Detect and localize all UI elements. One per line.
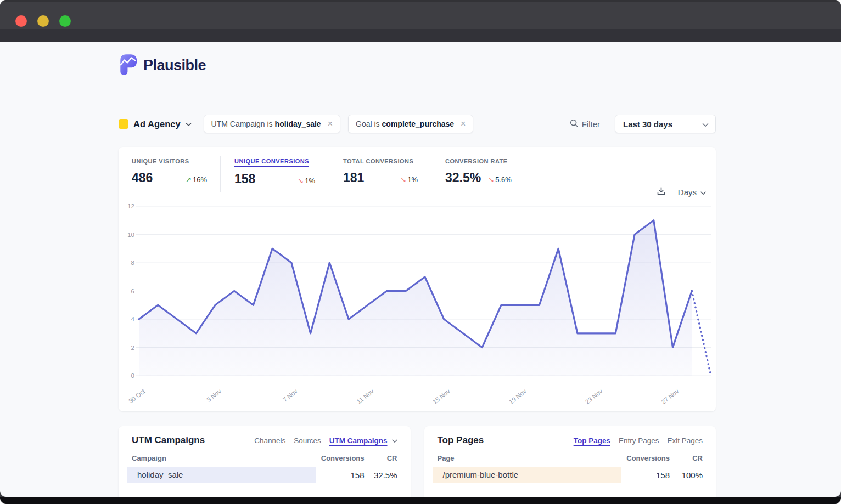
traffic-light-close-icon[interactable] — [15, 15, 27, 27]
tab-utm-campaigns[interactable]: UTM Campaigns — [329, 437, 388, 445]
stat-delta: ↗16% — [186, 175, 207, 184]
breakdown-cards: UTM Campaigns Channels Sources UTM Campa… — [119, 426, 716, 497]
titlebar-upper — [0, 0, 841, 29]
column-conversions: Conversions — [321, 454, 365, 462]
tab-top-pages[interactable]: Top Pages — [574, 437, 610, 445]
stat-delta: ↘5.6% — [488, 175, 512, 184]
row-conversions: 158 — [321, 471, 365, 480]
row-name: /premium-blue-bottle — [438, 470, 519, 479]
stat-conversion-rate[interactable]: CONVERSION RATE 32.5% ↘5.6% — [433, 156, 512, 192]
brand: Plausible — [119, 53, 206, 78]
card-title: UTM Campaigns — [132, 435, 205, 446]
site-switcher[interactable]: Ad Agency — [119, 119, 192, 129]
search-icon — [570, 119, 579, 129]
tab-entry-pages[interactable]: Entry Pages — [619, 437, 659, 445]
table-header: Campaign Conversions CR — [132, 454, 397, 462]
tab-exit-pages[interactable]: Exit Pages — [667, 437, 703, 445]
table-row[interactable]: holiday_sale 158 32.5% — [132, 467, 397, 483]
app-window: Plausible Ad Agency UTM Campaign is holi… — [0, 0, 841, 504]
filter-chip-goal[interactable]: Goal is complete_purchase × — [348, 115, 473, 133]
window-bottom-edge — [0, 497, 841, 504]
top-stats: UNIQUE VISITORS 486 ↗16% UNIQUE CONVERSI… — [119, 147, 716, 192]
card-title: Top Pages — [438, 435, 484, 446]
stat-label: CONVERSION RATE — [445, 158, 508, 165]
conversions-chart[interactable]: 02468101230 Oct3 Nov7 Nov11 Nov15 Nov19 … — [127, 202, 716, 407]
column-cr: CR — [365, 454, 397, 462]
svg-text:2: 2 — [131, 344, 134, 351]
row-cr: 32.5% — [365, 471, 397, 480]
toolbar: Ad Agency UTM Campaign is holiday_sale ×… — [119, 115, 716, 133]
filter-chip-text: Goal is — [356, 120, 380, 128]
utm-campaigns-card: UTM Campaigns Channels Sources UTM Campa… — [119, 426, 411, 497]
plausible-logo-icon — [119, 53, 138, 78]
date-range-dropdown[interactable]: Last 30 days — [615, 115, 716, 133]
table-row[interactable]: /premium-blue-bottle 158 100% — [438, 467, 703, 483]
stat-value: 486 — [132, 171, 153, 185]
svg-text:15 Nov: 15 Nov — [431, 388, 451, 405]
column-conversions: Conversions — [626, 454, 670, 462]
svg-text:6: 6 — [131, 288, 134, 295]
stat-label: UNIQUE CONVERSIONS — [234, 158, 309, 167]
svg-text:30 Oct: 30 Oct — [127, 388, 147, 405]
svg-text:3 Nov: 3 Nov — [205, 388, 222, 403]
window-titlebar — [0, 0, 841, 42]
site-name: Ad Agency — [133, 119, 181, 129]
tab-channels[interactable]: Channels — [254, 437, 285, 445]
svg-text:7 Nov: 7 Nov — [282, 388, 299, 403]
tab-sources[interactable]: Sources — [294, 437, 321, 445]
chevron-down-icon[interactable] — [392, 437, 397, 445]
card-tabs: Channels Sources UTM Campaigns — [254, 437, 397, 445]
card-tabs: Top Pages Entry Pages Exit Pages — [574, 437, 703, 445]
stat-unique-conversions[interactable]: UNIQUE CONVERSIONS 158 ↘1% — [221, 156, 330, 192]
stat-total-conversions[interactable]: TOTAL CONVERSIONS 181 ↘1% — [330, 156, 433, 192]
stat-value: 158 — [234, 172, 255, 186]
page-content: Plausible Ad Agency UTM Campaign is holi… — [0, 42, 841, 497]
filter-chip-value: complete_purchase — [382, 120, 455, 128]
row-conversions: 158 — [626, 471, 670, 480]
svg-text:12: 12 — [127, 203, 134, 209]
svg-text:10: 10 — [127, 231, 134, 238]
filter-chip-value: holiday_sale — [275, 120, 321, 128]
table-header: Page Conversions CR — [438, 454, 703, 462]
close-icon[interactable]: × — [461, 120, 466, 128]
filter-button[interactable]: Filter — [570, 119, 600, 129]
analytics-card: UNIQUE VISITORS 486 ↗16% UNIQUE CONVERSI… — [119, 147, 716, 411]
traffic-light-zoom-icon[interactable] — [59, 15, 71, 27]
brand-name: Plausible — [143, 57, 206, 74]
filter-button-label: Filter — [582, 120, 600, 129]
svg-text:19 Nov: 19 Nov — [508, 388, 528, 405]
svg-text:0: 0 — [131, 372, 134, 379]
traffic-light-minimize-icon[interactable] — [37, 15, 49, 27]
chevron-down-icon — [702, 120, 709, 129]
column-page: Page — [438, 454, 626, 462]
close-icon[interactable]: × — [328, 120, 333, 128]
svg-text:4: 4 — [131, 316, 135, 322]
stat-unique-visitors[interactable]: UNIQUE VISITORS 486 ↗16% — [132, 156, 221, 192]
stat-label: UNIQUE VISITORS — [132, 158, 189, 165]
stat-delta: ↘1% — [298, 177, 315, 185]
chart-controls: Days — [657, 186, 706, 198]
download-icon[interactable] — [657, 186, 666, 198]
arrow-up-icon: ↗ — [186, 175, 192, 184]
svg-text:11 Nov: 11 Nov — [356, 388, 375, 405]
row-name: holiday_sale — [132, 470, 183, 479]
interval-dropdown[interactable]: Days — [678, 188, 697, 197]
svg-text:27 Nov: 27 Nov — [660, 388, 680, 405]
column-campaign: Campaign — [132, 454, 321, 462]
svg-text:8: 8 — [131, 259, 134, 266]
site-favicon — [119, 119, 128, 129]
stat-label: TOTAL CONVERSIONS — [343, 158, 413, 165]
arrow-down-icon: ↘ — [400, 175, 406, 184]
filter-chip-utm-campaign[interactable]: UTM Campaign is holiday_sale × — [204, 115, 340, 133]
column-cr: CR — [670, 454, 703, 462]
row-cr: 100% — [670, 471, 703, 480]
stat-delta: ↘1% — [400, 175, 418, 184]
date-range-value: Last 30 days — [623, 120, 672, 129]
top-pages-card: Top Pages Top Pages Entry Pages Exit Pag… — [424, 426, 716, 497]
arrow-down-icon: ↘ — [488, 175, 494, 184]
svg-text:23 Nov: 23 Nov — [584, 388, 604, 405]
chevron-down-icon — [186, 119, 192, 129]
arrow-down-icon: ↘ — [298, 177, 304, 185]
stat-value: 181 — [343, 171, 364, 185]
chevron-down-icon — [700, 188, 706, 197]
